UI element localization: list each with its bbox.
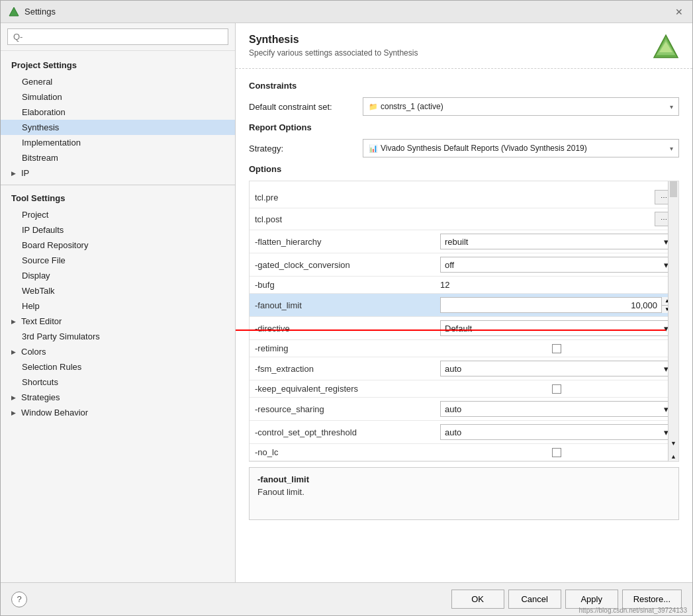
fanout-limit-spinbox[interactable]: 10,000 ▲ ▼ <box>440 297 673 313</box>
watermark: https://blog.csdn.net/sinat_39724133 <box>579 607 687 614</box>
right-header-text: Synthesis Specify various settings assoc… <box>249 34 418 58</box>
default-constraint-row: Default constraint set: 📁 constrs_1 (act… <box>249 97 679 116</box>
main-content: Project Settings General Simulation Elab… <box>1 23 692 582</box>
flatten-hierarchy-select[interactable]: rebuilt ▾ <box>440 234 673 249</box>
no-lc-checkbox[interactable] <box>552 448 561 457</box>
option-value <box>435 444 678 461</box>
sidebar-item-selection-rules[interactable]: Selection Rules <box>1 359 235 374</box>
keep-equiv-checkbox-cell <box>440 384 673 394</box>
option-name: -bufg <box>250 277 435 294</box>
sidebar-item-source-file[interactable]: Source File <box>1 253 235 268</box>
title-bar: Settings ✕ <box>1 1 692 23</box>
sidebar-item-3rd-party[interactable]: 3rd Party Simulators <box>1 329 235 344</box>
option-value: ⋯ <box>435 208 678 230</box>
scroll-down-btn[interactable]: ▼ <box>669 439 678 448</box>
sidebar-item-display[interactable]: Display <box>1 268 235 283</box>
sidebar-item-board-repository[interactable]: Board Repository <box>1 238 235 253</box>
sidebar-item-text-editor-label: Text Editor <box>21 316 62 326</box>
strategy-row: Strategy: 📊 Vivado Synthesis Default Rep… <box>249 139 679 157</box>
option-value <box>435 340 678 357</box>
sidebar-item-ip-defaults[interactable]: IP Defaults <box>1 222 235 238</box>
table-row: -resource_sharing auto ▾ <box>250 398 678 421</box>
option-name: -fanout_limit <box>250 294 435 317</box>
sidebar-item-strategies-label: Strategies <box>21 392 60 402</box>
table-row: -fanout_limit 10,000 ▲ ▼ <box>250 294 678 317</box>
options-scroll-container: ▼ ▲ tcl.pre ⋯ <box>249 181 679 462</box>
option-name: -directive <box>250 317 435 340</box>
sidebar-item-window-behavior[interactable]: ▶ Window Behavior <box>1 405 235 420</box>
sidebar-item-implementation[interactable]: Implementation <box>1 135 235 150</box>
description-title: -fanout_limit <box>257 474 670 484</box>
tool-settings-title: Tool Settings <box>1 189 235 207</box>
directive-select[interactable]: Default ▾ <box>440 320 673 336</box>
option-value: auto ▾ <box>435 421 678 444</box>
option-name: -fsm_extraction <box>250 357 435 380</box>
keep-equiv-checkbox[interactable] <box>552 384 561 394</box>
scroll-up-btn[interactable]: ▲ <box>669 452 678 461</box>
sidebar-item-text-editor[interactable]: ▶ Text Editor <box>1 314 235 329</box>
chevron-right-icon-colors: ▶ <box>11 349 16 355</box>
control-set-select[interactable]: auto ▾ <box>440 424 673 440</box>
table-row: -control_set_opt_threshold auto ▾ <box>250 421 678 444</box>
scroll-thumb[interactable] <box>670 181 677 197</box>
title-bar-left: Settings <box>9 7 56 17</box>
search-input[interactable] <box>7 28 228 45</box>
table-row: -directive Default ▾ <box>250 317 678 340</box>
directive-value: Default <box>445 324 472 333</box>
option-value: auto ▾ <box>435 398 678 421</box>
default-constraint-select[interactable]: 📁 constrs_1 (active) ▾ <box>363 97 679 116</box>
control-set-value: auto <box>445 427 461 437</box>
sidebar-item-elaboration[interactable]: Elaboration <box>1 105 235 120</box>
restore-button[interactable]: Restore... <box>622 590 682 609</box>
constraint-value: constrs_1 (active) <box>381 102 670 111</box>
cancel-button[interactable]: Cancel <box>508 590 561 609</box>
retiming-checkbox[interactable] <box>552 344 561 353</box>
sidebar-item-project[interactable]: Project <box>1 207 235 222</box>
right-header: Synthesis Specify various settings assoc… <box>236 23 692 69</box>
apply-button[interactable]: Apply <box>565 590 618 609</box>
option-value <box>435 380 678 398</box>
sidebar-item-shortcuts[interactable]: Shortcuts <box>1 374 235 390</box>
nav-tree: Project Settings General Simulation Elab… <box>1 51 235 582</box>
chevron-right-icon-te: ▶ <box>11 318 16 325</box>
table-row: -retiming <box>250 340 678 357</box>
sidebar-item-ip[interactable]: ▶ IP <box>1 165 235 181</box>
sidebar-item-synthesis[interactable]: Synthesis <box>1 120 235 135</box>
table-row: -no_lc <box>250 444 678 461</box>
gated-clock-select[interactable]: off ▾ <box>440 257 673 273</box>
strategy-label: Strategy: <box>249 144 355 154</box>
page-title: Synthesis <box>249 34 418 46</box>
fanout-limit-value: 10,000 <box>441 300 661 310</box>
fsm-value: auto <box>445 364 461 374</box>
sidebar-item-general[interactable]: General <box>1 74 235 89</box>
window-title: Settings <box>24 7 56 17</box>
strategy-select[interactable]: 📊 Vivado Synthesis Default Reports (Viva… <box>363 139 679 157</box>
sidebar-item-colors[interactable]: ▶ Colors <box>1 344 235 359</box>
table-row: -keep_equivalent_registers <box>250 380 678 398</box>
sidebar-item-window-behavior-label: Window Behavior <box>21 408 88 418</box>
sidebar-item-simulation[interactable]: Simulation <box>1 89 235 105</box>
help-button[interactable]: ? <box>11 592 27 607</box>
chevron-down-icon: ▾ <box>670 103 673 110</box>
ok-button[interactable]: OK <box>451 590 504 609</box>
option-name: -retiming <box>250 340 435 357</box>
sidebar-item-strategies[interactable]: ▶ Strategies <box>1 390 235 405</box>
chevron-right-icon: ▶ <box>11 170 16 177</box>
fsm-select[interactable]: auto ▾ <box>440 361 673 376</box>
table-row: -bufg 12 <box>250 277 678 294</box>
close-button[interactable]: ✕ <box>674 7 684 17</box>
option-value: ⋯ <box>435 187 678 208</box>
sidebar-item-webtalk[interactable]: WebTalk <box>1 283 235 298</box>
no-lc-checkbox-cell <box>440 448 673 457</box>
bottom-left: ? <box>11 592 447 607</box>
page-subtitle: Specify various settings associated to S… <box>249 48 418 58</box>
options-table: tcl.pre ⋯ tcl.post <box>250 187 678 461</box>
sidebar-item-help[interactable]: Help <box>1 298 235 314</box>
option-value: auto ▾ <box>435 357 678 380</box>
sidebar-item-colors-label: Colors <box>21 347 46 357</box>
resource-sharing-select[interactable]: auto ▾ <box>440 401 673 417</box>
option-name: tcl.pre <box>250 187 435 208</box>
scrollbar[interactable]: ▼ ▲ <box>668 181 678 461</box>
retiming-checkbox-cell <box>440 344 673 353</box>
sidebar-item-bitstream[interactable]: Bitstream <box>1 150 235 165</box>
